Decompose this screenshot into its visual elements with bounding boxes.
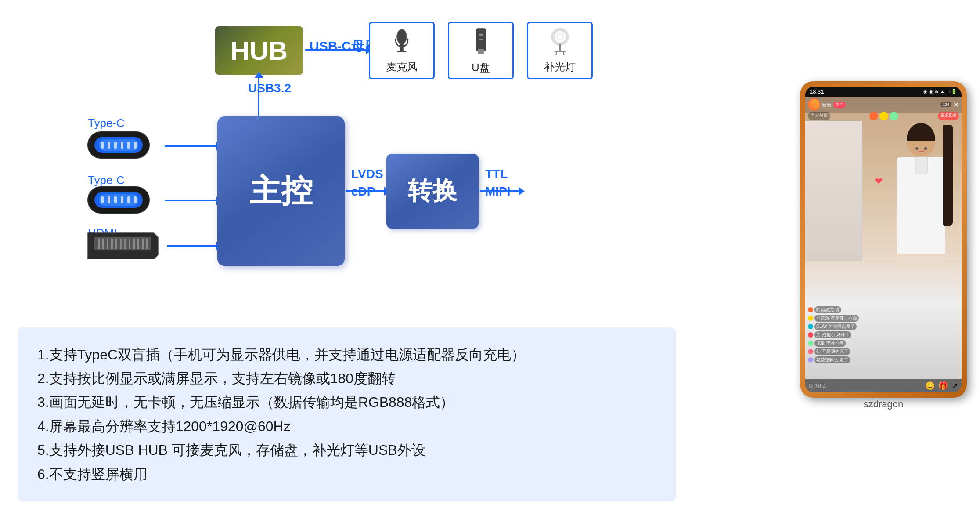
live-badge: 更多直播 <box>938 112 959 120</box>
live-follow-btn[interactable]: 关注 <box>833 102 846 108</box>
chat-dot-4 <box>808 332 813 338</box>
szdragon-label: szdragon <box>864 399 904 410</box>
live-stream-bg: 娇娇 关注 136 ✕ ⏱ 小时候 <box>805 97 962 392</box>
svg-rect-17 <box>101 142 104 149</box>
live-top-right: 136 ✕ <box>940 101 959 109</box>
usb-drive-label: U盘 <box>472 61 490 75</box>
usbc-connector-1 <box>86 127 162 163</box>
share-icon[interactable]: ↗ <box>951 381 958 391</box>
svg-rect-37 <box>111 239 113 249</box>
live-action-icons: 😊 🎁 ↗ <box>925 381 958 391</box>
phone-icons: ◉ ◉ ≋ ▲ ıll 🔋 <box>923 89 957 94</box>
chat-dot-6 <box>808 349 813 354</box>
chat-text-6: 仙 不是我的床了 <box>814 348 850 355</box>
close-icon[interactable]: ✕ <box>953 101 959 109</box>
svg-rect-45 <box>146 239 148 249</box>
svg-rect-20 <box>121 142 123 149</box>
person-hair-top <box>907 123 935 141</box>
live-username: 娇娇 <box>822 102 832 108</box>
chat-text-4: 为 抱抱小 好棒！ <box>814 331 851 338</box>
live-person-area <box>887 123 955 290</box>
room-bg <box>805 121 862 261</box>
svg-rect-40 <box>124 239 126 249</box>
chat-msg-2: 一笑沉 有条件，不会 <box>808 315 959 322</box>
phone-mockup: 18:31 ◉ ◉ ≋ ▲ ıll 🔋 娇娇 关注 136 <box>800 81 967 398</box>
svg-point-9 <box>557 33 563 40</box>
svg-rect-27 <box>108 196 110 203</box>
smiley-icon[interactable]: 😊 <box>925 381 935 391</box>
svg-rect-44 <box>142 239 144 249</box>
svg-rect-6 <box>479 34 483 36</box>
svg-rect-5 <box>478 49 484 54</box>
main-ctrl-label: 主控 <box>249 170 313 212</box>
person-body <box>897 157 945 254</box>
svg-point-8 <box>553 29 567 44</box>
feature-line-4: 4.屏幕最高分辨率支持1200*1920@60Hz <box>37 414 656 438</box>
chat-text-3: CLAY 为主播点赞了 <box>814 323 857 330</box>
chat-dot-7 <box>808 357 813 363</box>
viewer-avatar-3 <box>890 112 898 120</box>
conn-arrow-1 <box>165 145 217 147</box>
viewer-avatar-1 <box>869 112 878 120</box>
chat-msg-6: 仙 不是我的床了 <box>808 348 959 355</box>
live-avatar <box>808 98 820 111</box>
svg-rect-41 <box>129 239 130 249</box>
chat-msg-4: 为 抱抱小 好棒！ <box>808 331 959 338</box>
convert-box: 转换 <box>386 154 479 229</box>
phone-time: 18:31 <box>810 88 824 95</box>
svg-rect-22 <box>134 142 137 149</box>
main-container: HUB USB-C母座 麦克风 <box>0 0 980 519</box>
hub-right-arrow-line <box>305 49 367 51</box>
ttl-label: TTL <box>485 167 508 181</box>
live-input-placeholder[interactable]: 说点什么... <box>809 383 830 389</box>
phone-outer: 18:31 ◉ ◉ ≋ ▲ ıll 🔋 娇娇 关注 136 <box>800 81 967 398</box>
chat-msg-5: 飞量 宁死不看 <box>808 340 959 347</box>
ring-light-box: 补光灯 <box>527 22 593 79</box>
svg-rect-21 <box>127 142 130 149</box>
usbc-connector-1-svg <box>86 127 162 163</box>
chat-dot-2 <box>808 316 813 321</box>
phone-inner: 18:31 ◉ ◉ ≋ ▲ ıll 🔋 娇娇 关注 136 <box>805 87 962 392</box>
ring-light-icon <box>548 28 572 56</box>
feature-line-6: 6.不支持竖屏横用 <box>37 462 656 486</box>
svg-rect-25 <box>99 194 138 206</box>
microphone-box: 麦克风 <box>369 22 435 79</box>
hub-label: HUB <box>231 36 288 66</box>
gift-icon[interactable]: 🎁 <box>938 381 948 391</box>
stream-time-badge: ⏱ 小时候 <box>808 112 830 120</box>
convert-label: 转换 <box>408 174 457 208</box>
lvds-label: LVDS <box>351 167 383 181</box>
usbc-connector-2-svg <box>86 182 162 218</box>
viewer-avatars <box>869 112 898 120</box>
person-collar <box>915 157 928 174</box>
usb32-label: USB3.2 <box>248 81 291 95</box>
bottom-text-area: 1.支持TypeC双盲插（手机可为显示器供电，并支持通过电源适配器反向充电） 2… <box>18 327 676 501</box>
svg-point-0 <box>396 29 406 44</box>
live-bottom-bar: 说点什么... 😊 🎁 ↗ <box>805 379 962 392</box>
live-top-bar: 娇娇 关注 136 ✕ <box>805 97 962 113</box>
feature-line-1: 1.支持TypeC双盲插（手机可为显示器供电，并支持通过电源适配器反向充电） <box>37 343 656 367</box>
mouth <box>918 151 924 152</box>
phone-status-bar: 18:31 ◉ ◉ ≋ ▲ ıll 🔋 <box>805 87 962 97</box>
svg-rect-30 <box>127 196 130 203</box>
ring-light-label: 补光灯 <box>544 60 576 74</box>
conn-arrow-3 <box>167 245 217 247</box>
heart-icon: ❤ <box>875 176 883 187</box>
chat-msg-3: CLAY 为主播点赞了 <box>808 323 959 330</box>
mipi-label: MIPI <box>485 185 511 199</box>
diagram-area: HUB USB-C母座 麦克风 <box>26 18 773 290</box>
usbc-connector-2 <box>86 182 162 218</box>
svg-rect-38 <box>115 239 117 249</box>
chat-area: 阿错误文 说 一笑沉 有条件，不会 CLAY 为主播点赞了 为 抱 <box>805 305 962 367</box>
svg-rect-28 <box>114 196 117 203</box>
chat-text-7: 花花逻辑么 走了 <box>814 356 850 363</box>
svg-rect-29 <box>121 196 123 203</box>
stream-info-row: ⏱ 小时候 更多直播 <box>808 112 959 120</box>
svg-rect-10 <box>559 44 561 51</box>
svg-rect-16 <box>99 139 138 151</box>
svg-rect-26 <box>101 196 104 203</box>
chat-text-1: 阿错误文 说 <box>814 306 841 313</box>
svg-rect-7 <box>479 39 483 40</box>
svg-rect-3 <box>397 51 406 52</box>
person-head <box>907 123 935 156</box>
